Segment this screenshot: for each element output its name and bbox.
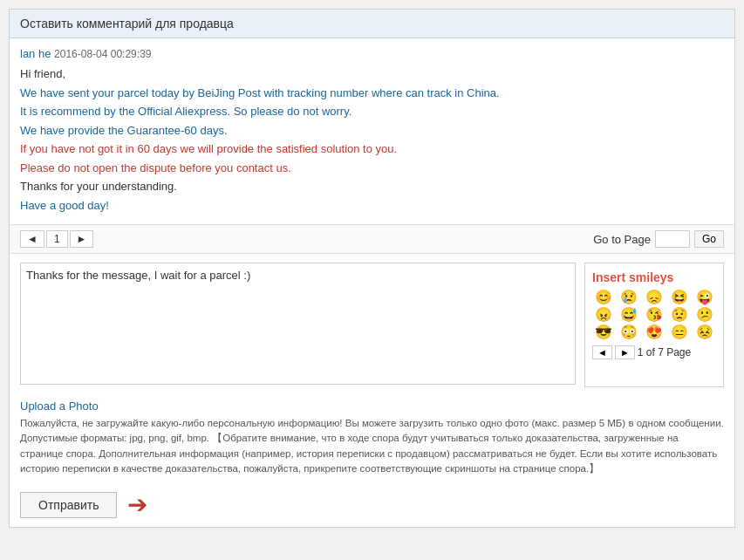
arrow-right-icon: ➔ [127, 493, 147, 517]
smileys-prev-button[interactable]: ◄ [592, 345, 612, 359]
smileys-next-button[interactable]: ► [615, 345, 635, 359]
goto-label: Go to Page [593, 233, 651, 246]
smiley-13[interactable]: 😍 [643, 324, 666, 340]
message-line-7: Thanks for your understanding. [20, 178, 500, 195]
message-timestamp: 2016-08-04 00:29:39 [54, 48, 151, 60]
smiley-5[interactable]: 😜 [693, 290, 716, 305]
smileys-pagination: ◄ ► 1 of 7 Page [592, 345, 716, 359]
smiley-1[interactable]: 😊 [592, 290, 616, 305]
message-line-5: If you have not got it in 60 days we wil… [20, 140, 500, 158]
page-title: Оставить комментарий для продавца [10, 10, 734, 38]
smiley-10[interactable]: 😕 [693, 307, 716, 323]
smiley-7[interactable]: 😅 [618, 307, 641, 323]
smileys-title: Insert smileys [592, 270, 716, 284]
message-author: lan he [20, 47, 51, 60]
smiley-3[interactable]: 😞 [643, 290, 666, 305]
message-body: Hi friend, We have sent your parcel toda… [20, 65, 500, 214]
smiley-15[interactable]: 😣 [693, 324, 716, 340]
upload-photo-link[interactable]: Upload a Photo [20, 400, 99, 413]
message-line-8: Have a good day! [20, 197, 500, 215]
smiley-14[interactable]: 😑 [667, 324, 691, 340]
smileys-section: Insert smileys 😊 😢 😞 😆 😜 😠 😅 😘 😟 😕 😎 😳 😍 [584, 263, 724, 387]
smiley-11[interactable]: 😎 [592, 324, 616, 340]
upload-note: Пожалуйста, не загружайте какую-либо пер… [20, 416, 724, 476]
current-page-number: 1 [46, 230, 68, 248]
pagination-right: Go to Page Go [593, 230, 724, 248]
message-line-3: It is recommend by the Official Aliexpre… [20, 103, 500, 120]
message-section: lan he 2016-08-04 00:29:39 Hi friend, We… [10, 38, 734, 225]
message-line-2: We have sent your parcel today by BeiJin… [20, 85, 500, 102]
goto-input[interactable] [655, 230, 690, 248]
pagination-bar: ◄ 1 ► Go to Page Go [10, 225, 734, 254]
upload-section: Upload a Photo Пожалуйста, не загружайте… [10, 396, 734, 483]
smiley-6[interactable]: 😠 [592, 307, 616, 323]
smileys-grid: 😊 😢 😞 😆 😜 😠 😅 😘 😟 😕 😎 😳 😍 😑 😣 [592, 290, 716, 340]
go-button[interactable]: Go [694, 230, 724, 248]
smiley-9[interactable]: 😟 [667, 307, 691, 323]
smiley-4[interactable]: 😆 [667, 290, 691, 305]
pagination-left: ◄ 1 ► [20, 230, 93, 248]
message-line-6: Please do not open the dispute before yo… [20, 160, 500, 177]
smileys-page-info: 1 of 7 Page [638, 346, 691, 359]
smiley-2[interactable]: 😢 [618, 290, 641, 305]
prev-page-button[interactable]: ◄ [20, 230, 44, 248]
comment-area: Thanks for the message, I wait for a par… [10, 254, 734, 396]
smiley-12[interactable]: 😳 [618, 324, 641, 340]
message-line-1: Hi friend, [20, 65, 500, 83]
comment-textarea[interactable]: Thanks for the message, I wait for a par… [20, 263, 576, 385]
next-page-button[interactable]: ► [70, 230, 94, 248]
submit-button[interactable]: Отправить [20, 492, 117, 518]
smiley-8[interactable]: 😘 [643, 307, 666, 323]
comment-input-section: Thanks for the message, I wait for a par… [20, 263, 576, 387]
message-line-4: We have provide the Guarantee-60 days. [20, 122, 500, 140]
submit-section: Отправить ➔ [10, 483, 734, 527]
